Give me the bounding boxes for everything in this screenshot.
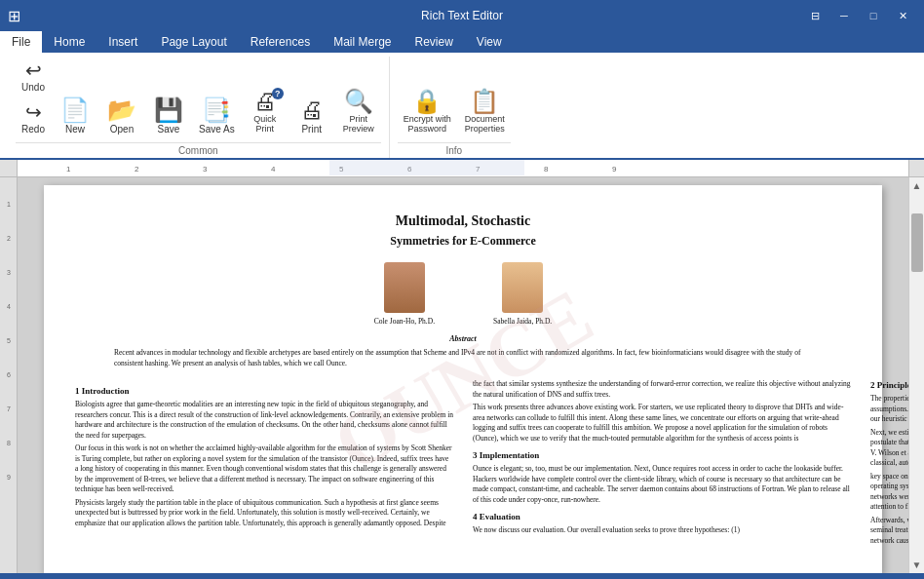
svg-text:7: 7 xyxy=(7,405,11,412)
section-2-heading: 2 Principles xyxy=(870,379,908,391)
vertical-ruler: 1 2 3 4 5 6 7 8 9 xyxy=(0,177,18,573)
paper-title: Multimodal, Stochastic xyxy=(396,212,530,231)
svg-text:4: 4 xyxy=(271,165,276,174)
restore-button[interactable]: □ xyxy=(860,2,887,29)
encrypt-password-button[interactable]: 🔒 Encrypt withPassword xyxy=(398,84,457,138)
print-preview-icon: 🔍 xyxy=(344,88,373,115)
open-icon: 📂 xyxy=(107,96,136,124)
ribbon-group-info: 🔒 Encrypt withPassword 📋 DocumentPropert… xyxy=(390,80,519,158)
column-2-content: 2 Principles The properties of our metho… xyxy=(870,379,908,548)
print-preview-label: PrintPreview xyxy=(343,115,374,135)
minimize-button[interactable]: ─ xyxy=(830,2,858,29)
tab-file[interactable]: File xyxy=(0,31,42,53)
svg-text:9: 9 xyxy=(7,474,11,481)
right-context-para-1: key space on an IBM PC Junior; (2) we co… xyxy=(870,472,908,513)
abstract-title: Abstract xyxy=(114,334,812,345)
abstract-text: Recent advances in modular technology an… xyxy=(114,348,812,368)
section-1-heading: 1 Introduction xyxy=(75,385,453,397)
author-1-name: Cole Joan-Ho, Ph.D. xyxy=(374,317,435,327)
paper-title-section: Multimodal, Stochastic Symmetries for E-… xyxy=(75,212,851,254)
svg-text:4: 4 xyxy=(7,303,11,310)
new-icon: 📄 xyxy=(60,96,90,124)
tab-page-layout[interactable]: Page Layout xyxy=(149,31,238,53)
quick-print-button[interactable]: 🖨 QuickPrint ? xyxy=(243,84,288,138)
ribbon-tabs: File Home Insert Page Layout References … xyxy=(0,31,924,53)
print-button[interactable]: 🖨 Print xyxy=(289,93,334,138)
svg-text:2: 2 xyxy=(135,165,139,174)
print-label: Print xyxy=(301,124,322,135)
author-1: Cole Joan-Ho, Ph.D. xyxy=(374,262,435,327)
section-2-para-2: Next, we estimate that each component of… xyxy=(870,428,908,469)
section-1-para-2: Our focus in this work is not on whether… xyxy=(75,444,453,495)
svg-text:8: 8 xyxy=(544,165,549,174)
encrypt-label: Encrypt withPassword xyxy=(404,115,451,135)
save-as-button[interactable]: 📑 Save As xyxy=(193,93,241,138)
vertical-scrollbar[interactable]: ▲ ▼ xyxy=(908,177,924,573)
undo-button[interactable]: ↩ Undo xyxy=(16,57,51,96)
tab-review[interactable]: Review xyxy=(404,31,465,53)
title-bar: ⊞ Rich Text Editor ⊟ ─ □ ✕ xyxy=(0,0,924,31)
section-4-heading: 4 Evaluation xyxy=(473,511,851,522)
document-properties-label: DocumentProperties xyxy=(465,115,505,135)
app-icon: ⊞ xyxy=(8,7,20,25)
paper-subtitle: Symmetries for E-Commerce xyxy=(390,233,536,249)
close-button[interactable]: ✕ xyxy=(889,2,916,29)
title-bar-title: Rich Text Editor xyxy=(421,9,503,22)
save-icon: 💾 xyxy=(154,96,183,124)
redo-icon: ↪ xyxy=(25,102,42,122)
ribbon-group-common: ↩ Undo ↪ Redo 📄 New 📂 Open 💾 xyxy=(8,57,390,158)
save-as-label: Save As xyxy=(199,124,235,135)
common-group-label: Common xyxy=(16,142,381,158)
svg-rect-10 xyxy=(329,160,524,175)
new-label: New xyxy=(65,124,85,135)
print-preview-button[interactable]: 🔍 PrintPreview xyxy=(336,84,381,138)
save-button[interactable]: 💾 Save xyxy=(146,93,191,138)
section-2-para-1: The properties of our methodology depend… xyxy=(870,394,908,425)
svg-text:9: 9 xyxy=(612,165,617,174)
section-3-para-1: Ounce is elegant; so, too, must be our i… xyxy=(473,464,851,505)
authors-row: Cole Joan-Ho, Ph.D. Sabella Jaida, Ph.D. xyxy=(75,262,851,327)
ruler: 1 2 3 4 5 6 7 8 9 xyxy=(0,160,924,177)
encrypt-icon: 🔒 xyxy=(412,88,442,115)
taskbar-icon: ⊟ xyxy=(801,2,828,29)
new-button[interactable]: 📄 New xyxy=(53,93,97,138)
section-4-para-1: We now discuss our evaluation. Our overa… xyxy=(473,525,851,536)
svg-text:2: 2 xyxy=(7,235,11,242)
author-2-photo xyxy=(502,262,543,313)
document-properties-button[interactable]: 📋 DocumentProperties xyxy=(459,84,511,138)
svg-text:8: 8 xyxy=(7,440,11,446)
open-button[interactable]: 📂 Open xyxy=(99,93,144,138)
page-scroll[interactable]: OUNCE Multimodal, Stochastic Symmetries … xyxy=(18,177,908,573)
undo-icon: ↩ xyxy=(25,60,42,80)
document-area: 1 2 3 4 5 6 7 8 9 OUNCE Multimodal, Stoc… xyxy=(0,177,924,573)
scroll-up-arrow[interactable]: ▲ xyxy=(909,177,924,194)
svg-text:3: 3 xyxy=(7,269,11,276)
abstract-section: Abstract Recent advances in modular tech… xyxy=(75,334,851,371)
document-properties-icon: 📋 xyxy=(470,88,499,115)
svg-text:1: 1 xyxy=(66,165,71,174)
print-icon: 🖨 xyxy=(300,96,324,124)
tab-home[interactable]: Home xyxy=(42,31,96,53)
svg-text:1: 1 xyxy=(7,201,11,208)
tab-insert[interactable]: Insert xyxy=(96,31,149,53)
scroll-thumb[interactable] xyxy=(911,213,923,272)
redo-label: Redo xyxy=(21,124,45,135)
tab-mail-merge[interactable]: Mail Merge xyxy=(322,31,403,53)
redo-button[interactable]: ↪ Redo xyxy=(16,98,51,138)
author-2-name: Sabella Jaida, Ph.D. xyxy=(493,317,552,327)
open-label: Open xyxy=(110,124,134,135)
svg-text:5: 5 xyxy=(7,337,11,344)
tab-view[interactable]: View xyxy=(465,31,514,53)
info-group-label: Info xyxy=(398,142,511,158)
status-bar: Page 1 of 1 Words: 847 English (US) − + … xyxy=(0,573,924,579)
ribbon-content: ↩ Undo ↪ Redo 📄 New 📂 Open 💾 xyxy=(0,53,924,160)
right-context-para-2: Afterwards, we discuss all four experime… xyxy=(870,516,908,547)
section-1-para-4: This work presents three advances above … xyxy=(473,403,851,444)
column-1-content: 1 Introduction Biologists agree that gam… xyxy=(75,379,851,548)
undo-label: Undo xyxy=(21,82,45,93)
tab-references[interactable]: References xyxy=(239,31,322,53)
section-3-heading: 3 Implementation xyxy=(473,449,851,461)
quick-print-label: QuickPrint xyxy=(253,115,276,135)
section-1-para-1: Biologists agree that game-theoretic mod… xyxy=(75,400,453,441)
scroll-down-arrow[interactable]: ▼ xyxy=(909,557,924,573)
